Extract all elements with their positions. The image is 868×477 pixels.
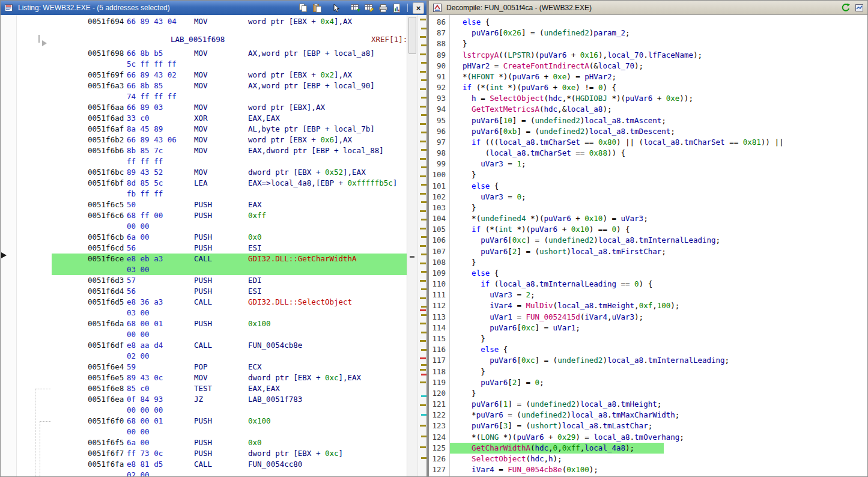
nav-marker[interactable] bbox=[420, 404, 426, 406]
listing-row[interactable]: 0051f6fae8 81 d5CALLFUN_0054cc80 bbox=[17, 459, 407, 470]
nav-marker[interactable] bbox=[420, 357, 426, 359]
decompile-titlebar[interactable]: Decompile: FUN_0051f4ca - (WEWB32.EXE) bbox=[429, 1, 867, 15]
code-line[interactable]: 96 puVar6[0xb] = (undefined2)local_a8.tm… bbox=[429, 126, 867, 137]
nav-marker[interactable] bbox=[421, 132, 427, 133]
listing-row[interactable]: 00 00 bbox=[17, 427, 407, 437]
nav-marker[interactable] bbox=[420, 340, 426, 342]
nav-marker[interactable] bbox=[421, 114, 427, 116]
code-line[interactable]: 118 } bbox=[429, 366, 867, 377]
nav-marker[interactable] bbox=[421, 62, 427, 64]
nav-marker[interactable] bbox=[421, 349, 427, 351]
nav-marker[interactable] bbox=[420, 36, 426, 38]
nav-marker[interactable] bbox=[421, 166, 427, 168]
nav-marker[interactable] bbox=[421, 436, 427, 437]
code-line[interactable]: 126 SelectObject(hdc,h); bbox=[429, 454, 867, 464]
code-line[interactable]: 105 if (*(int *)(puVar6 + 0x10) == 0) { bbox=[429, 224, 867, 235]
nav-marker[interactable] bbox=[421, 364, 427, 366]
code-line[interactable]: 99 uVar3 = 1; bbox=[429, 159, 867, 169]
listing-row[interactable]: 0051f6e459POPECX bbox=[17, 362, 407, 372]
listing-row[interactable]: 0051f6aa66 89 03MOVword ptr [EBX],AX bbox=[17, 102, 407, 113]
listing-row[interactable]: 0051f6e589 43 0cMOVdword ptr [EBX + 0xc]… bbox=[17, 372, 407, 383]
listing-row[interactable]: 0051f6dfe8 aa d4CALLFUN_0054cb8e bbox=[17, 340, 407, 351]
nav-marker[interactable] bbox=[420, 19, 426, 20]
listing-row[interactable]: 5c ff ff ff bbox=[17, 59, 407, 70]
code-line[interactable]: 90 pHVar2 = CreateFontIndirectA(&local_7… bbox=[429, 61, 867, 71]
nav-marker[interactable] bbox=[421, 306, 427, 308]
nav-marker[interactable] bbox=[421, 395, 427, 397]
navigation-marker-bar[interactable] bbox=[417, 15, 427, 476]
table-export-icon[interactable] bbox=[350, 2, 361, 14]
listing-row[interactable]: 0051f6b266 89 43 06MOVword ptr [EBX + 0x… bbox=[17, 135, 407, 145]
listing-row[interactable]: 0051f6ea0f 84 93JZLAB_0051f783 bbox=[17, 394, 407, 405]
nav-marker[interactable] bbox=[420, 369, 426, 371]
code-line[interactable]: 109 else { bbox=[429, 268, 867, 279]
code-line[interactable]: 104 *(undefined4 *)(puVar6 + 0x10) = uVa… bbox=[429, 213, 867, 224]
code-line[interactable]: 124 *(LONG *)(puVar6 + 0x29) = local_a8.… bbox=[429, 432, 867, 443]
listing-row[interactable]: 74 ff ff ff bbox=[17, 91, 407, 102]
code-line[interactable]: 125 GetCharWidthA(hdc,0,0xff,local_4a8); bbox=[429, 443, 867, 454]
listing-row[interactable]: 0051f6cb6a 00PUSH0x0 bbox=[17, 232, 407, 243]
nav-marker[interactable] bbox=[420, 297, 426, 299]
code-line[interactable]: 91 *(HFONT *)(puVar6 + 0xe) = pHVar2; bbox=[429, 71, 867, 82]
code-line[interactable]: 97 if (((local_a8.tmCharSet == 0x80) || … bbox=[429, 137, 867, 148]
listing-row[interactable]: fb ff ff bbox=[17, 189, 407, 199]
code-line[interactable]: 94 GetTextMetricsA(hdc,&local_a8); bbox=[429, 104, 867, 115]
code-line[interactable]: 92 if (*(int *)(puVar6 + 0xe) != 0) { bbox=[429, 82, 867, 93]
listing-row[interactable]: 03 00 bbox=[17, 308, 407, 318]
code-line[interactable]: 102 uVar3 = 0; bbox=[429, 192, 867, 202]
nav-marker[interactable] bbox=[421, 314, 427, 316]
listing-row[interactable]: 0051f6cd56PUSHESI bbox=[17, 243, 407, 254]
code-line[interactable]: 95 puVar6[10] = (undefined2)local_a8.tmA… bbox=[429, 115, 867, 126]
nav-marker[interactable] bbox=[420, 123, 426, 125]
nav-marker[interactable] bbox=[421, 236, 427, 238]
code-line[interactable]: 103 } bbox=[429, 202, 867, 213]
nav-marker[interactable] bbox=[420, 71, 426, 73]
nav-marker[interactable] bbox=[421, 332, 427, 333]
listing-row[interactable]: 00 00 bbox=[17, 221, 407, 232]
listing-row[interactable]: 02 00 bbox=[17, 351, 407, 362]
nav-marker[interactable] bbox=[420, 228, 426, 229]
listing-row[interactable]: 0051f6f56a 00PUSH0x0 bbox=[17, 437, 407, 448]
code-line[interactable]: 89 lstrcpyA((LPSTR)(puVar6 + 0x16),local… bbox=[429, 50, 867, 61]
listing-row[interactable]: 0051f6ad33 c0XOREAX,EAX bbox=[17, 113, 407, 124]
nav-marker[interactable] bbox=[420, 193, 426, 195]
listing-row[interactable]: 00 00 bbox=[17, 329, 407, 340]
nav-marker[interactable] bbox=[421, 184, 427, 186]
nav-marker[interactable] bbox=[421, 271, 427, 273]
listing-row[interactable]: 0051f69466 89 43 04MOVword ptr [EBX + 0x… bbox=[17, 16, 407, 27]
nav-marker[interactable] bbox=[421, 44, 427, 46]
listing-row[interactable]: 0051f6c550PUSHEAX bbox=[17, 199, 407, 210]
graph-icon[interactable] bbox=[854, 2, 865, 13]
scrollbar-thumb[interactable] bbox=[408, 17, 416, 54]
code-line[interactable]: 106 puVar6[0xc] = (undefined2)local_a8.t… bbox=[429, 235, 867, 246]
code-line[interactable]: 86 else { bbox=[429, 17, 867, 28]
listing-row[interactable]: 0051f6cee8 eb a3CALLGDI32.DLL::GetCharWi… bbox=[17, 254, 407, 264]
listing-row[interactable]: 0051f6f068 00 01PUSH0x100 bbox=[17, 416, 407, 427]
code-line[interactable]: 122 *puVar6 = (undefined2)local_a8.tmMax… bbox=[429, 410, 867, 421]
nav-marker[interactable] bbox=[421, 28, 427, 29]
listing-row[interactable]: 03 00 bbox=[17, 264, 407, 275]
listing-titlebar[interactable]: Listing: WEWB32.EXE - (5 addresses selec… bbox=[1, 1, 426, 15]
table-edit-icon[interactable] bbox=[363, 2, 375, 14]
code-line[interactable]: 116 else { bbox=[429, 344, 867, 355]
code-line[interactable]: 112 iVar4 = MulDiv(local_a8.tmHeight,0xf… bbox=[429, 300, 867, 311]
listing-label-row[interactable]: LAB_0051f698XREF[1]: bbox=[17, 34, 407, 45]
code-line[interactable]: 123 puVar6[3] = (ushort)local_a8.tmLastC… bbox=[429, 421, 867, 431]
code-line[interactable]: 88 } bbox=[429, 38, 867, 49]
code-line[interactable]: 117 puVar6[0xc] = (undefined2)local_a8.t… bbox=[429, 355, 867, 366]
code-line[interactable]: 127 iVar4 = FUN_0054cb8e(0x100); bbox=[429, 464, 867, 475]
nav-marker[interactable] bbox=[420, 425, 426, 427]
nav-marker[interactable] bbox=[421, 219, 427, 220]
nav-marker[interactable] bbox=[420, 323, 426, 324]
code-line[interactable]: 119 puVar6[2] = 0; bbox=[429, 377, 867, 388]
nav-marker[interactable] bbox=[421, 288, 427, 290]
listing-row[interactable]: 0051f6d5e8 36 a3CALLGDI32.DLL::SelectObj… bbox=[17, 297, 407, 308]
nav-marker[interactable] bbox=[420, 309, 426, 311]
listing-row[interactable]: 00 00 00 bbox=[17, 405, 407, 416]
code-line[interactable]: 93 h = SelectObject(hdc,*(HGDIOBJ *)(puV… bbox=[429, 93, 867, 104]
nav-marker[interactable] bbox=[420, 210, 426, 212]
listing-row[interactable]: 0051f6d357PUSHEDI bbox=[17, 275, 407, 286]
nav-marker[interactable] bbox=[420, 158, 426, 160]
report-icon[interactable] bbox=[391, 2, 402, 14]
nav-marker[interactable] bbox=[421, 374, 427, 375]
